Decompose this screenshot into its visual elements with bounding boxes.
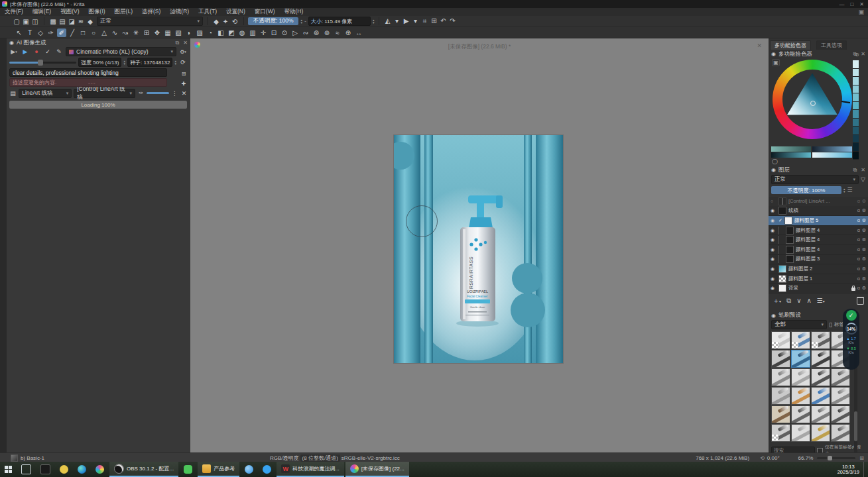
brush-preset-cell[interactable] (791, 405, 810, 423)
cpu-usage-percent[interactable]: 14% (845, 323, 857, 335)
layer-row[interactable]: ○[Control] LineArt ...α⚙ (769, 197, 868, 207)
layer-visibility-icon[interactable]: ○ (771, 199, 776, 203)
taskbar-clock[interactable]: 10:132025/3/19 (837, 464, 859, 475)
depth-label[interactable]: (8 位整数/通道) (300, 454, 340, 462)
open-document-icon[interactable]: ▣ (21, 17, 31, 26)
text-tool[interactable]: T (25, 28, 34, 37)
tab-advanced-color-selector[interactable]: 多功能拾色器 (770, 40, 811, 50)
add-region-icon[interactable]: ✚ (179, 80, 188, 87)
layer-options-icon[interactable]: ☰ (847, 187, 853, 193)
brush-preset-cell[interactable] (771, 387, 790, 405)
brush-size-field[interactable]: 大小: 115.49 像素 (308, 17, 371, 26)
product-ref-window-button[interactable]: 产品参考 (198, 462, 239, 477)
gradient-strip-4[interactable] (812, 152, 852, 158)
live-paint-button[interactable]: ✎ (54, 48, 64, 56)
edge-browser-icon[interactable] (73, 462, 91, 477)
flow-icon[interactable]: ▶ (402, 17, 411, 25)
rect-select-tool[interactable]: ⊡ (269, 28, 279, 37)
add-layer-button[interactable]: ＋▾ (773, 296, 781, 305)
magnetic-select-tool[interactable]: ≈ (333, 28, 342, 37)
ellipse-tool[interactable]: ○ (89, 28, 98, 37)
brush-preset-cell[interactable] (791, 350, 810, 368)
layer-style-icon[interactable]: ⚙ (862, 276, 866, 282)
control-mode-combo[interactable]: [Control] LineArt 线稿 ▾ (74, 89, 135, 98)
brush-preset-cell[interactable] (791, 387, 810, 405)
brush-preset-cell[interactable] (811, 350, 830, 368)
shade-cell[interactable] (853, 135, 859, 144)
yellow-app-icon[interactable] (55, 462, 73, 477)
inherit-alpha-icon[interactable]: α (857, 208, 860, 213)
negative-prompt-textarea[interactable]: 描述应避免的内容. ^^^ (9, 78, 167, 87)
apply-button[interactable]: ✓ (43, 48, 52, 56)
menu-设置(N)[interactable]: 设置(N) (221, 8, 250, 16)
layer-visibility-icon[interactable]: ◉ (771, 256, 776, 262)
move-layer-up-button[interactable]: ∧ (806, 297, 811, 304)
control-menu-icon[interactable]: ⋮ (171, 89, 178, 97)
menu-滤镜(R)[interactable]: 滤镜(R) (165, 8, 194, 16)
layer-row[interactable]: ◉颜料图层 4α⚙ (769, 245, 868, 255)
menu-窗口(W)[interactable]: 窗口(W) (250, 8, 280, 16)
brush-editor-icon[interactable]: ◆ (86, 17, 95, 26)
brush-preset-cell[interactable] (791, 331, 810, 349)
gradient-strip-1[interactable] (771, 146, 811, 152)
gradient-strip-3[interactable] (771, 152, 811, 158)
inherit-alpha-icon[interactable]: α (857, 237, 860, 242)
pattern-tool[interactable]: ▨ (195, 28, 204, 37)
close-docker-icon[interactable]: ✕ (861, 167, 865, 174)
brush-preset-cell[interactable] (811, 387, 830, 405)
pan-tool[interactable]: ↔ (354, 28, 363, 37)
brush-tag-filter-combo[interactable]: 全部▾ (771, 320, 827, 329)
menubar-corner-icon[interactable]: ▣ (858, 9, 864, 15)
blue-browser-icon[interactable] (240, 462, 258, 477)
rotation-icon[interactable]: ⟲ (760, 455, 765, 461)
brush-preset-cell[interactable] (811, 368, 830, 386)
layer-filter-icon[interactable]: ▽ (861, 176, 865, 183)
chat-app-icon[interactable] (258, 462, 276, 477)
layer-style-icon[interactable]: ⚙ (862, 199, 866, 204)
inherit-alpha-icon[interactable]: α (857, 218, 860, 223)
inherit-alpha-icon[interactable]: α (857, 199, 860, 204)
ellipse-select-tool[interactable]: ⊙ (280, 28, 289, 37)
randomize-seed-icon[interactable]: ⟳ (178, 58, 188, 66)
brush-preset-cell[interactable] (831, 387, 850, 405)
layer-visibility-icon[interactable]: ◉ (771, 266, 776, 272)
shade-cell[interactable] (853, 77, 859, 85)
menu-文件(F)[interactable]: 文件(F) (0, 8, 28, 16)
gradient-tool[interactable]: ▧ (174, 28, 183, 37)
snap-icon[interactable]: ⌗ (420, 17, 430, 26)
generate-button[interactable]: ▶ (21, 48, 30, 56)
profile-label[interactable]: sRGB-elle-V2-srgbtrc.icc (341, 455, 400, 461)
start-button[interactable] (0, 462, 17, 477)
current-brush-thumbnail[interactable] (11, 454, 18, 462)
menu-图像(I)[interactable]: 图像(I) (84, 8, 110, 16)
menu-视图(V)[interactable]: 视图(V) (56, 8, 84, 16)
menu-工具(T)[interactable]: 工具(T) (194, 8, 221, 16)
pattern-chooser-icon[interactable]: ▩ (48, 17, 58, 26)
brush-preset-cell[interactable] (831, 405, 850, 423)
control-layer-combo[interactable]: LineArt 线稿 ▾ (19, 89, 72, 98)
line-tool[interactable]: ╱ (68, 28, 77, 37)
generate-menu-button[interactable]: ▶▾ (9, 48, 19, 56)
opacity-button[interactable]: 不透明度: 100% (248, 17, 298, 25)
terminal-app-icon[interactable] (36, 462, 55, 477)
layer-style-icon[interactable]: ⚙ (862, 286, 866, 291)
layer-style-icon[interactable]: ⚙ (862, 247, 866, 252)
crop-tool[interactable]: ▦ (163, 28, 172, 37)
maximize-button[interactable]: □ (850, 1, 853, 7)
dynamic-brush-tool[interactable]: ↝ (121, 28, 130, 37)
layer-visibility-icon[interactable]: ◉ (771, 286, 776, 291)
doc-window-button[interactable]: W科技浪潮的魔法调... (277, 462, 344, 477)
gradient-chooser-icon[interactable]: ▤ (58, 17, 67, 26)
flow-dropdown-icon[interactable]: ▾ (411, 17, 420, 25)
menu-编辑(E)[interactable]: 编辑(E) (28, 8, 56, 16)
brush-preset-cell[interactable] (791, 424, 810, 442)
shade-cell[interactable] (853, 119, 859, 127)
enclose-fill-tool[interactable]: ◩ (227, 28, 236, 37)
shade-strip[interactable] (853, 60, 859, 160)
layer-row[interactable]: ◉颜料图层 2α⚙ (769, 264, 868, 274)
brush-preset-cell[interactable] (811, 331, 830, 349)
color-wheel[interactable] (773, 60, 852, 139)
shade-cell[interactable] (853, 85, 859, 94)
brush-preset-cell[interactable] (811, 405, 830, 423)
delete-layer-button[interactable] (857, 297, 864, 305)
